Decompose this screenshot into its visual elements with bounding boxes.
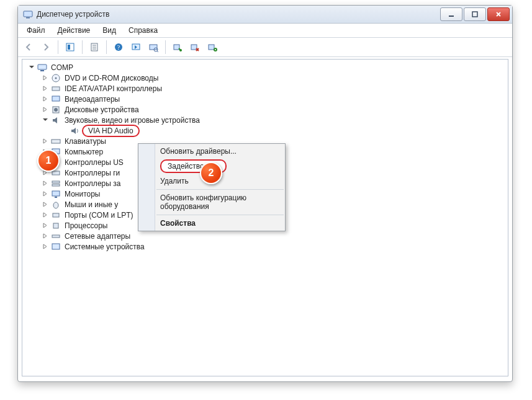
help-icon[interactable]: ? xyxy=(110,39,127,55)
tree-label: Компьютер xyxy=(63,147,104,157)
svg-rect-18 xyxy=(40,70,44,71)
close-button[interactable] xyxy=(487,7,510,21)
expand-icon[interactable] xyxy=(41,233,48,240)
network-icon xyxy=(51,231,61,241)
expand-icon[interactable] xyxy=(41,85,48,92)
menu-scan-hardware[interactable]: Обновить конфигурацию оборудования xyxy=(155,192,285,213)
menu-properties[interactable]: Свойства xyxy=(155,217,285,229)
svg-rect-2 xyxy=(449,16,454,17)
properties-button[interactable] xyxy=(86,39,102,55)
callout-badge-1: 1 xyxy=(37,149,60,172)
tree-item-ide[interactable]: IDE ATA/ATAPI контроллеры xyxy=(22,83,508,94)
sound-device-icon xyxy=(70,126,79,136)
svg-rect-3 xyxy=(472,12,477,17)
tree-item-dvd[interactable]: DVD и CD-ROM дисководы xyxy=(22,73,508,83)
system-icon xyxy=(51,242,61,252)
tree-root[interactable]: COMP xyxy=(22,62,508,73)
window-title: Диспетчер устройств xyxy=(37,10,109,19)
tree-label: Клавиатуры xyxy=(63,136,107,146)
toolbar-separator xyxy=(106,40,107,54)
expand-icon[interactable] xyxy=(41,243,48,251)
tree-label: Контроллеры US xyxy=(63,158,125,167)
expand-icon[interactable] xyxy=(41,138,48,145)
scan-hardware-button[interactable] xyxy=(145,39,161,55)
svg-rect-27 xyxy=(52,171,60,175)
disc-icon xyxy=(51,73,61,83)
update-driver-button[interactable] xyxy=(204,39,220,55)
toolbar: ? xyxy=(18,38,512,57)
minimize-button[interactable] xyxy=(440,7,462,21)
titlebar[interactable]: Диспетчер устройств xyxy=(18,6,512,24)
tree-label: Контроллеры за xyxy=(63,179,122,189)
cm-label: Обновить конфигурацию оборудования xyxy=(160,193,246,211)
svg-rect-5 xyxy=(68,45,70,50)
expand-icon[interactable] xyxy=(41,201,48,208)
tree-item-video[interactable]: Видеоадаптеры xyxy=(22,94,508,104)
tree-label: Системные устройства xyxy=(63,242,146,252)
menu-separator xyxy=(156,189,284,190)
expand-icon[interactable] xyxy=(41,180,48,187)
tree-item-via-hd-audio[interactable]: VIA HD Audio xyxy=(22,125,508,136)
callout-badge-2: 2 xyxy=(200,162,222,184)
monitor-icon xyxy=(51,189,61,199)
menu-action[interactable]: Действие xyxy=(53,25,96,36)
tree-label: Контроллеры ги xyxy=(63,168,121,178)
mouse-icon xyxy=(51,200,61,210)
expand-icon[interactable] xyxy=(41,96,48,103)
svg-rect-17 xyxy=(38,64,47,69)
svg-rect-31 xyxy=(55,197,57,198)
show-hide-tree-button[interactable] xyxy=(62,39,78,55)
enable-button[interactable] xyxy=(169,39,186,55)
tree-label: Дисковые устройства xyxy=(63,105,140,115)
display-adapter-icon xyxy=(51,94,61,104)
menu-update-drivers[interactable]: Обновить драйверы... xyxy=(155,145,285,158)
keyboard-icon xyxy=(51,136,61,146)
tree-label: VIA HD Audio xyxy=(82,125,140,137)
cm-label: Свойства xyxy=(160,219,196,228)
tree-item-disk[interactable]: Дисковые устройства xyxy=(22,104,508,115)
collapse-icon[interactable] xyxy=(41,117,48,124)
expand-icon[interactable] xyxy=(41,106,48,113)
expand-icon[interactable] xyxy=(41,190,48,198)
svg-rect-36 xyxy=(52,244,60,249)
tree-label: IDE ATA/ATAPI контроллеры xyxy=(63,84,163,94)
collapse-icon[interactable] xyxy=(27,64,35,71)
svg-rect-34 xyxy=(53,223,58,228)
svg-rect-25 xyxy=(52,140,60,143)
tree-item-network[interactable]: Сетевые адаптеры xyxy=(22,231,508,241)
tree-label: Порты (COM и LPT) xyxy=(63,210,135,220)
svg-point-20 xyxy=(55,77,57,79)
toolbar-separator xyxy=(82,40,83,54)
tree-label: Мыши и иные у xyxy=(63,200,119,210)
sound-icon xyxy=(51,115,61,125)
svg-point-32 xyxy=(53,202,58,208)
tree-item-sound[interactable]: Звуковые, видео и игровые устройства xyxy=(22,115,508,125)
menu-help[interactable]: Справка xyxy=(124,25,163,36)
menu-file[interactable]: Файл xyxy=(22,25,50,36)
cm-label: Обновить драйверы... xyxy=(160,147,237,156)
tree-label: COMP xyxy=(50,63,74,73)
toolbar-separator xyxy=(58,40,58,54)
menu-separator xyxy=(156,215,284,215)
menu-view[interactable]: Вид xyxy=(97,25,121,36)
leaf-spacer xyxy=(60,127,67,135)
svg-point-24 xyxy=(54,108,58,112)
tree-label: DVD и CD-ROM дисководы xyxy=(63,73,160,83)
expand-icon[interactable] xyxy=(41,74,48,82)
back-button[interactable] xyxy=(20,39,37,55)
uninstall-button[interactable] xyxy=(187,39,203,55)
tree-label: Видеоадаптеры xyxy=(63,94,121,104)
action-button[interactable] xyxy=(128,39,144,55)
tree-label: Мониторы xyxy=(63,189,101,199)
maximize-button[interactable] xyxy=(464,7,486,21)
storage-icon xyxy=(51,179,61,189)
port-icon xyxy=(51,210,61,220)
expand-icon[interactable] xyxy=(41,211,48,219)
tree-item-system[interactable]: Системные устройства xyxy=(22,241,508,252)
cpu-icon xyxy=(51,221,61,231)
svg-rect-33 xyxy=(53,213,59,217)
expand-icon[interactable] xyxy=(41,222,48,229)
menubar: Файл Действие Вид Справка xyxy=(18,24,512,38)
tree-label: Звуковые, видео и игровые устройства xyxy=(63,115,201,125)
forward-button[interactable] xyxy=(38,39,54,55)
